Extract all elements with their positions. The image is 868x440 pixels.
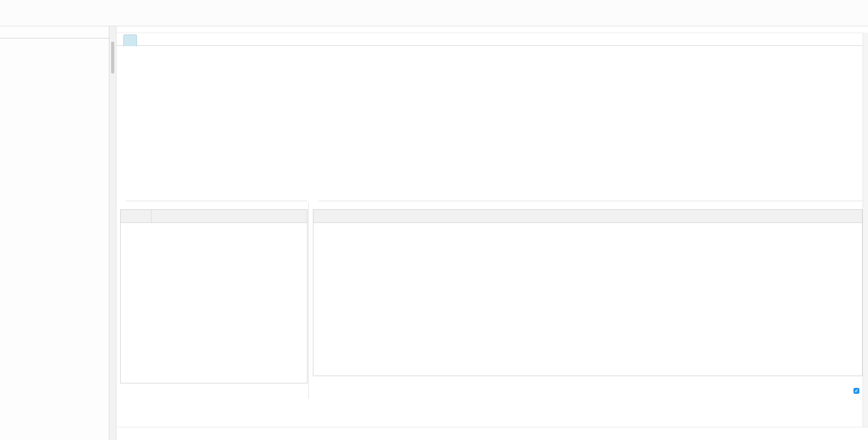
sklad-table-header (313, 210, 862, 223)
vertical-scrollbar[interactable] (863, 33, 868, 427)
splitter-handle[interactable] (109, 26, 117, 440)
main-content (117, 26, 868, 440)
action-button-bar (117, 427, 868, 440)
sklad-table (313, 209, 863, 376)
splitter-thumb[interactable] (111, 42, 114, 73)
sklad-panel-header (313, 197, 863, 205)
sidebar (0, 26, 109, 440)
groups-name-column-header[interactable] (151, 210, 307, 222)
nav-tree (0, 26, 109, 34)
groups-table-header (121, 210, 307, 223)
document-tab-settings[interactable] (123, 34, 137, 46)
active-checkbox[interactable] (853, 388, 859, 394)
groups-panel-header (120, 197, 307, 205)
active-filter (853, 388, 862, 394)
main-toolbar (0, 0, 868, 26)
sidebar-divider (0, 38, 109, 39)
panel-divider (308, 203, 309, 399)
groups-table (120, 209, 307, 383)
document-tab-bar (117, 33, 868, 46)
groups-expander-column-header[interactable] (121, 210, 151, 222)
